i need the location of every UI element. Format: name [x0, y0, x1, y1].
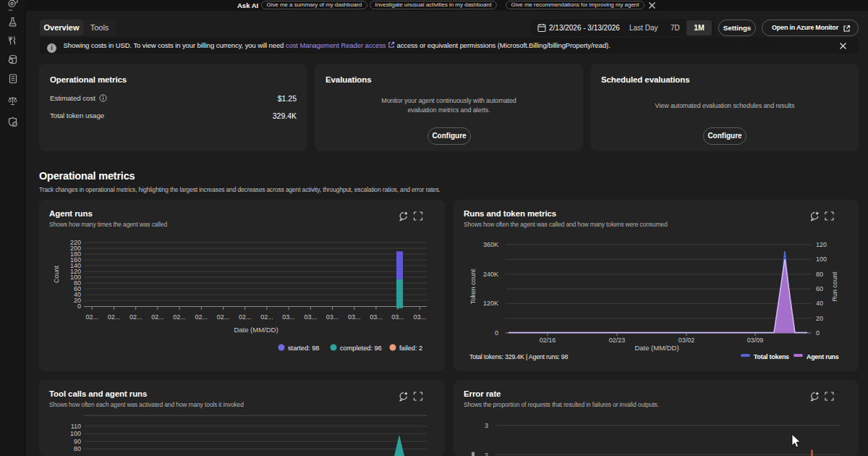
svg-text:100: 100	[816, 256, 827, 263]
svg-text:Run count: Run count	[831, 271, 838, 302]
svg-text:03/02: 03/02	[678, 337, 695, 344]
svg-text:completed: 96: completed: 96	[340, 345, 382, 352]
svg-text:02...: 02...	[239, 313, 252, 321]
svg-text:02...: 02...	[217, 313, 230, 321]
svg-text:0: 0	[816, 329, 820, 337]
svg-text:03...: 03...	[326, 313, 339, 321]
svg-text:03...: 03...	[414, 313, 427, 321]
svg-text:02...: 02...	[173, 313, 186, 321]
svg-text:02...: 02...	[260, 313, 273, 321]
svg-text:02/23: 02/23	[609, 337, 626, 344]
svg-text:02...: 02...	[86, 313, 99, 321]
svg-text:Date (MM/DD): Date (MM/DD)	[634, 344, 678, 352]
svg-text:90: 90	[74, 438, 81, 445]
svg-text:03...: 03...	[348, 313, 361, 321]
svg-text:80: 80	[74, 445, 81, 452]
svg-text:02...: 02...	[129, 313, 142, 321]
svg-text:0: 0	[495, 329, 498, 337]
svg-text:120: 120	[816, 241, 827, 248]
svg-text:03...: 03...	[391, 313, 404, 321]
svg-text:40: 40	[816, 300, 823, 307]
svg-text:02...: 02...	[151, 313, 164, 321]
svg-text:Total tokens: Total tokens	[754, 353, 789, 360]
svg-text:360K: 360K	[483, 241, 498, 248]
svg-text:3: 3	[485, 422, 488, 429]
svg-text:Agent runs: Agent runs	[807, 353, 839, 360]
svg-text:Total tokens: 329.4K | Agent r: Total tokens: 329.4K | Agent runs: 98	[469, 353, 569, 360]
svg-text:240K: 240K	[483, 271, 498, 278]
svg-text:80: 80	[816, 271, 823, 278]
svg-text:110: 110	[71, 423, 81, 430]
svg-text:02/16: 02/16	[540, 337, 556, 344]
svg-text:03/09: 03/09	[747, 337, 764, 344]
svg-text:120K: 120K	[483, 300, 498, 307]
svg-text:2: 2	[485, 452, 488, 456]
svg-text:0: 0	[77, 303, 81, 310]
svg-text:started: 98: started: 98	[288, 345, 319, 352]
svg-text:03...: 03...	[370, 313, 383, 321]
svg-text:02...: 02...	[195, 313, 208, 321]
svg-text:03...: 03...	[282, 313, 295, 321]
svg-text:60: 60	[816, 285, 823, 292]
svg-text:02...: 02...	[108, 313, 121, 321]
svg-text:Token count: Token count	[469, 269, 477, 304]
svg-text:Date (MM/DD): Date (MM/DD)	[234, 326, 278, 334]
svg-text:Count: Count	[53, 266, 60, 284]
svg-text:20: 20	[816, 315, 823, 322]
svg-text:03...: 03...	[305, 313, 318, 321]
svg-text:failed: 2: failed: 2	[399, 345, 422, 352]
svg-text:100: 100	[70, 430, 81, 437]
